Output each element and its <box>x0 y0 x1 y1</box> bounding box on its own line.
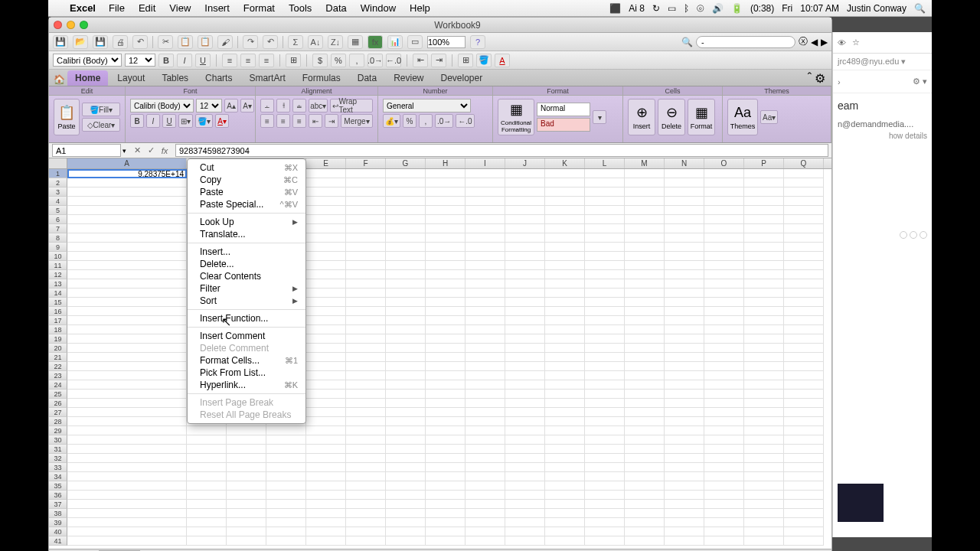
cell[interactable] <box>585 500 625 509</box>
ctx-delete[interactable]: Delete... <box>188 258 305 270</box>
cell[interactable] <box>625 334 665 344</box>
cell[interactable] <box>625 536 665 546</box>
cell[interactable] <box>505 435 545 445</box>
cell[interactable] <box>784 454 824 463</box>
cell[interactable] <box>306 390 346 399</box>
cell[interactable] <box>227 527 266 536</box>
cell[interactable] <box>585 252 625 261</box>
cell[interactable] <box>585 472 625 481</box>
cell[interactable] <box>585 371 625 380</box>
gmail-dot-3[interactable] <box>920 231 927 239</box>
cell[interactable] <box>466 417 505 426</box>
cell[interactable] <box>505 353 545 362</box>
cell[interactable] <box>67 224 187 233</box>
ctx-format-cells[interactable]: Format Cells...⌘1 <box>188 354 305 367</box>
cell[interactable] <box>386 187 426 197</box>
cell[interactable] <box>505 344 545 353</box>
cell[interactable] <box>545 463 585 472</box>
cell[interactable] <box>466 353 505 362</box>
cell[interactable] <box>67 481 187 491</box>
cell[interactable] <box>306 426 346 435</box>
cell[interactable] <box>505 518 545 527</box>
cell[interactable] <box>625 224 665 233</box>
number-format-select[interactable]: General <box>383 99 471 112</box>
delete-cells-button[interactable]: ⊖Delete <box>658 99 685 135</box>
cell[interactable] <box>386 417 426 426</box>
cell[interactable] <box>306 491 346 500</box>
cell[interactable] <box>744 233 784 243</box>
cell[interactable] <box>545 197 585 206</box>
cell[interactable] <box>386 334 426 344</box>
cell[interactable] <box>505 399 545 408</box>
cell[interactable] <box>346 417 386 426</box>
cell[interactable] <box>585 307 625 316</box>
cell[interactable] <box>744 197 784 206</box>
cell[interactable] <box>665 536 704 546</box>
row-header[interactable]: 24 <box>49 380 67 390</box>
cell[interactable] <box>426 426 466 435</box>
row-header[interactable]: 28 <box>49 417 67 426</box>
cell[interactable] <box>505 215 545 224</box>
cell[interactable] <box>466 307 505 316</box>
ribbon-size-select[interactable]: 12 <box>196 99 222 112</box>
col-header-e[interactable]: E <box>306 158 346 168</box>
cell[interactable] <box>545 344 585 353</box>
row-header[interactable]: 9 <box>49 243 67 252</box>
cell[interactable] <box>545 224 585 233</box>
cell[interactable] <box>744 206 784 215</box>
cell[interactable] <box>227 472 266 481</box>
cell[interactable] <box>784 380 824 390</box>
user-name[interactable]: Justin Conway <box>847 3 906 14</box>
cell[interactable] <box>346 518 386 527</box>
cell[interactable] <box>704 252 744 261</box>
cell[interactable] <box>665 353 704 362</box>
row-header[interactable]: 32 <box>49 454 67 463</box>
cell[interactable] <box>386 197 426 206</box>
cell[interactable] <box>704 472 744 481</box>
cell[interactable] <box>67 426 187 435</box>
cell[interactable] <box>227 463 266 472</box>
cell[interactable] <box>426 224 466 233</box>
cell[interactable] <box>665 527 704 536</box>
cell[interactable] <box>505 270 545 279</box>
cell[interactable] <box>784 536 824 546</box>
cell[interactable] <box>306 371 346 380</box>
themes-button[interactable]: AaThemes <box>727 99 758 135</box>
cell[interactable] <box>585 187 625 197</box>
cell[interactable] <box>306 353 346 362</box>
cell[interactable] <box>466 334 505 344</box>
cell[interactable] <box>306 408 346 417</box>
cell[interactable] <box>505 417 545 426</box>
cell[interactable] <box>505 509 545 518</box>
row-header[interactable]: 27 <box>49 408 67 417</box>
cell[interactable] <box>704 527 744 536</box>
cell[interactable] <box>545 408 585 417</box>
cell[interactable] <box>744 426 784 435</box>
cell[interactable] <box>346 463 386 472</box>
cell[interactable] <box>67 417 187 426</box>
comma-button[interactable]: , <box>349 54 364 67</box>
shrink-font-button[interactable]: A▾ <box>240 99 254 112</box>
cell[interactable] <box>466 243 505 252</box>
cell[interactable] <box>67 307 187 316</box>
cell[interactable] <box>625 325 665 334</box>
cell[interactable] <box>585 289 625 298</box>
cell[interactable] <box>665 509 704 518</box>
tab-data[interactable]: Data <box>350 70 384 86</box>
cell[interactable] <box>704 536 744 546</box>
row-header[interactable]: 33 <box>49 463 67 472</box>
cell[interactable] <box>545 243 585 252</box>
tab-layout[interactable]: Layout <box>109 70 152 86</box>
cell[interactable] <box>67 233 187 243</box>
cell[interactable] <box>665 399 704 408</box>
cell[interactable] <box>505 481 545 491</box>
cell[interactable] <box>625 472 665 481</box>
ribbon-font-select[interactable]: Calibri (Body) <box>130 99 194 112</box>
align-top-button[interactable]: ⫠ <box>260 99 274 112</box>
cell[interactable] <box>625 509 665 518</box>
dropbox-icon[interactable]: ⬛ <box>609 3 621 14</box>
cell[interactable] <box>346 445 386 454</box>
cell[interactable] <box>346 187 386 197</box>
gmail-nav-next[interactable]: › <box>838 77 841 86</box>
menu-format[interactable]: Format <box>237 2 282 14</box>
